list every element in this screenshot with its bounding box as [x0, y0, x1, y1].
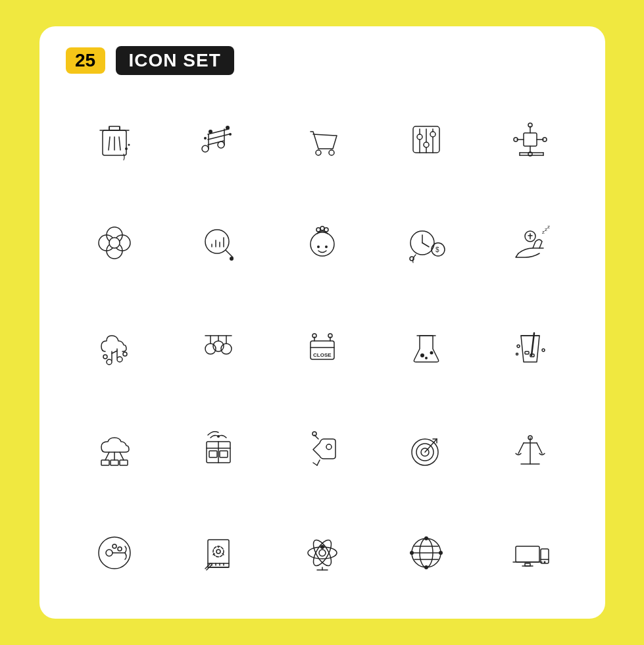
svg-point-56 — [316, 228, 320, 232]
svg-line-131 — [518, 443, 524, 453]
icon-hanging-decor — [170, 300, 267, 392]
svg-point-22 — [329, 150, 334, 155]
page-title: ICON SET — [116, 46, 234, 75]
icon-sliders — [378, 93, 475, 185]
svg-point-13 — [202, 145, 209, 152]
svg-point-54 — [230, 257, 234, 261]
svg-point-14 — [218, 142, 224, 148]
icon-target-arrow — [378, 404, 475, 496]
svg-point-168 — [424, 565, 428, 569]
svg-point-157 — [320, 545, 324, 549]
svg-line-118 — [317, 460, 320, 465]
header: 25 ICON SET — [66, 46, 579, 75]
svg-point-78 — [103, 355, 107, 359]
icon-globe-network — [378, 507, 475, 599]
svg-point-47 — [109, 238, 120, 248]
icon-analytics-search — [170, 197, 267, 288]
svg-point-165 — [410, 551, 414, 555]
svg-point-137 — [112, 544, 116, 548]
svg-rect-169 — [516, 546, 539, 562]
svg-rect-108 — [101, 460, 109, 465]
svg-point-138 — [118, 547, 122, 551]
icon-money-hand: z z z — [482, 197, 579, 288]
svg-line-49 — [226, 250, 233, 257]
svg-line-125 — [425, 439, 437, 452]
svg-text:$: $ — [435, 246, 439, 253]
svg-point-103 — [542, 349, 545, 351]
icon-cloud-network — [66, 404, 163, 496]
svg-point-104 — [516, 353, 518, 355]
svg-point-59 — [317, 245, 320, 248]
svg-line-105 — [105, 452, 109, 460]
icon-atom — [274, 507, 371, 599]
svg-point-96 — [430, 351, 433, 354]
icon-drink-glass — [482, 300, 579, 392]
svg-point-57 — [320, 226, 324, 230]
svg-point-95 — [420, 353, 424, 357]
svg-point-18 — [209, 130, 212, 134]
main-card: 25 ICON SET — [39, 26, 605, 619]
svg-point-58 — [324, 228, 328, 232]
svg-line-107 — [120, 452, 124, 460]
svg-rect-109 — [111, 460, 118, 465]
svg-point-9 — [128, 143, 130, 145]
svg-point-175 — [543, 561, 545, 563]
icon-time-money: $ — [378, 197, 475, 288]
icon-law-scale — [482, 404, 579, 496]
svg-point-144 — [216, 550, 220, 554]
svg-rect-115 — [209, 451, 217, 457]
svg-point-28 — [424, 142, 429, 147]
svg-point-166 — [439, 551, 443, 555]
icon-smart-home — [170, 404, 267, 496]
svg-point-97 — [425, 357, 428, 359]
icon-science-book — [170, 507, 267, 599]
svg-point-21 — [316, 150, 321, 155]
icon-seo-tag — [274, 404, 371, 496]
svg-line-11 — [208, 134, 229, 140]
svg-point-167 — [424, 536, 428, 540]
svg-point-19 — [204, 137, 207, 140]
svg-point-114 — [217, 435, 220, 438]
svg-text:CLOSE: CLOSE — [313, 352, 332, 358]
svg-line-99 — [532, 333, 534, 355]
icon-grid: $ z z z — [66, 93, 579, 599]
badge-number: 25 — [66, 47, 105, 74]
svg-line-132 — [537, 443, 542, 453]
icon-computer-devices — [482, 507, 579, 599]
svg-text:z: z — [547, 224, 550, 230]
svg-rect-4 — [109, 126, 120, 130]
svg-rect-110 — [120, 460, 128, 465]
svg-line-119 — [313, 463, 317, 465]
svg-rect-100 — [525, 351, 529, 354]
svg-point-76 — [107, 359, 112, 365]
svg-line-75 — [112, 351, 117, 353]
icon-music-notes — [170, 93, 267, 185]
svg-point-102 — [517, 345, 520, 348]
icon-cloud-music — [66, 300, 163, 392]
svg-point-27 — [417, 134, 422, 140]
icon-close-sign: CLOSE — [274, 300, 371, 392]
icon-flower — [66, 197, 163, 288]
icon-lab-beaker — [378, 300, 475, 392]
icon-network-cpu — [482, 93, 579, 185]
svg-rect-116 — [220, 451, 228, 457]
icon-shopping-cart — [274, 93, 371, 185]
svg-point-79 — [123, 352, 127, 356]
svg-point-17 — [226, 126, 230, 130]
svg-point-60 — [325, 245, 328, 248]
svg-line-63 — [422, 243, 429, 247]
svg-point-117 — [326, 444, 332, 450]
svg-line-7 — [119, 137, 120, 150]
icon-biology-circle — [66, 507, 163, 599]
icon-trash-delete — [66, 93, 163, 185]
svg-rect-30 — [524, 133, 537, 146]
svg-point-8 — [125, 147, 128, 150]
svg-line-5 — [109, 137, 110, 150]
svg-point-29 — [430, 132, 435, 137]
svg-point-135 — [106, 550, 112, 556]
svg-point-156 — [319, 550, 326, 556]
icon-girl-face — [274, 197, 371, 288]
svg-point-77 — [117, 357, 122, 362]
svg-point-20 — [229, 133, 232, 136]
